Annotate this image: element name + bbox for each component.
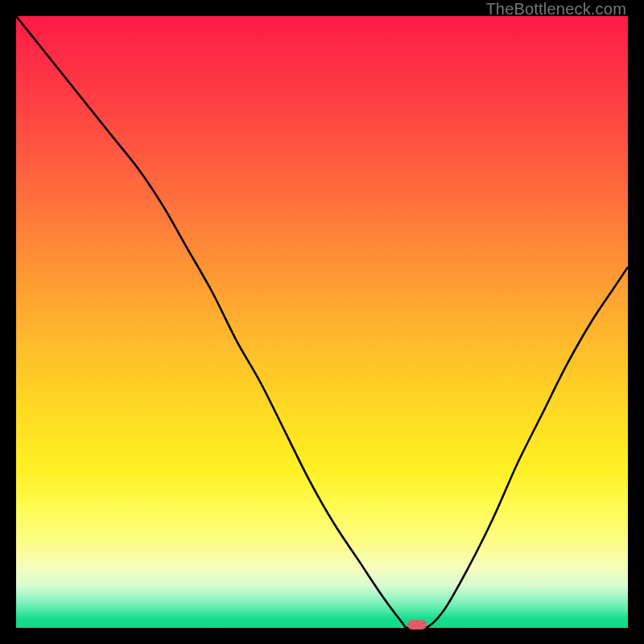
bottleneck-curve <box>16 16 628 628</box>
chart-frame: TheBottleneck.com <box>0 0 644 644</box>
plot-area <box>16 16 628 628</box>
optimal-point-marker <box>407 620 427 630</box>
curve-path <box>16 16 628 630</box>
